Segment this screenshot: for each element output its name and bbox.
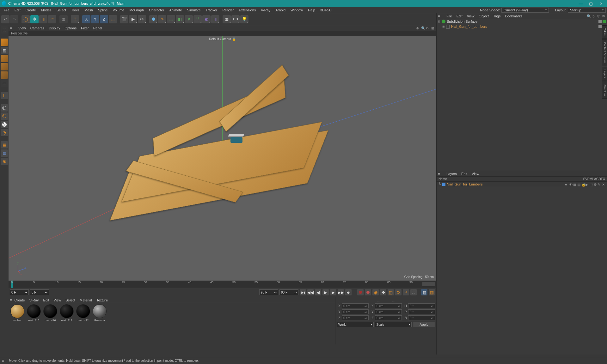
vp-menu-view[interactable]: View xyxy=(16,26,28,30)
layer-name[interactable]: Nail_Gun_for_Lumbers xyxy=(447,182,565,186)
close-button[interactable]: ✕ xyxy=(599,1,603,6)
edge-mode-button[interactable] xyxy=(1,71,8,79)
menu-tracker[interactable]: Tracker xyxy=(203,8,220,13)
texture-mode-button[interactable]: ▨ xyxy=(1,47,8,54)
maximize-button[interactable]: ▢ xyxy=(589,1,593,6)
vp-menu-cameras[interactable]: Cameras xyxy=(28,26,47,30)
menu-mesh[interactable]: Mesh xyxy=(82,8,95,13)
axis-l-button[interactable]: L xyxy=(1,92,8,99)
mat-menu-select[interactable]: Select xyxy=(63,298,77,302)
layer-toggle-d[interactable]: ⚙ xyxy=(594,183,597,186)
key-param-button[interactable]: P xyxy=(403,289,409,295)
key-pos-button[interactable]: ✥ xyxy=(380,289,386,295)
render-pv-button[interactable]: ▶ xyxy=(129,15,137,23)
place-tool[interactable]: ✛ xyxy=(71,15,79,23)
side-tab-layers[interactable]: Layers xyxy=(602,67,607,81)
autokey-button[interactable] xyxy=(365,289,371,295)
expand-icon[interactable]: ⊞ xyxy=(438,20,442,23)
layer-col-a[interactable]: A xyxy=(594,177,596,181)
material-item[interactable]: mat_413 xyxy=(26,304,41,322)
render-view-button[interactable]: 🎬 xyxy=(120,15,128,23)
add-spline-button[interactable]: ✎ xyxy=(158,15,166,23)
objmgr-search-icon[interactable]: 🔍 xyxy=(587,14,591,18)
objmgr-filter-icon[interactable]: ◇ xyxy=(592,14,596,18)
vp-move-icon[interactable]: ✥ xyxy=(416,26,420,30)
objmgr-menu-tags[interactable]: Tags xyxy=(491,14,503,18)
key-rot-button[interactable]: ⟳ xyxy=(395,289,402,295)
vp-zoom-icon[interactable]: 🔍 xyxy=(421,26,425,30)
menu-character[interactable]: Character xyxy=(146,8,167,13)
viewport-solo-button[interactable]: ▦ xyxy=(1,141,8,149)
axis-z-toggle[interactable]: Z xyxy=(100,15,108,23)
axis-x-toggle[interactable]: X xyxy=(82,15,90,23)
add-deformer-button[interactable]: ◧ xyxy=(176,15,184,23)
layer-toggle-x[interactable]: ✕ xyxy=(602,183,605,186)
layers-menu-icon[interactable] xyxy=(438,171,442,176)
workplane-button[interactable]: ◔ xyxy=(1,129,8,136)
rot-b-field[interactable]: 0 °▴▾ xyxy=(408,315,435,320)
object-row[interactable]: ⊞Nail_Gun_for_Lumbers xyxy=(437,24,607,29)
status-menu-icon[interactable] xyxy=(2,358,6,363)
material-item[interactable]: Lumber_ xyxy=(10,304,25,322)
vp-menu-display[interactable]: Display xyxy=(46,26,62,30)
expand-icon[interactable]: ⊞ xyxy=(442,25,446,28)
objmgr-eye-icon[interactable]: 👁 xyxy=(602,14,606,18)
layout-dropdown[interactable]: Startup▾ xyxy=(568,8,606,13)
attribute-manager[interactable] xyxy=(437,187,607,355)
timeline-start-field[interactable]: 0 F▴▾ xyxy=(10,289,29,295)
mat-menu-edit[interactable]: Edit xyxy=(41,298,52,302)
object-tag[interactable] xyxy=(598,25,602,28)
menu-extensions[interactable]: Extensions xyxy=(236,8,258,13)
objmgr-view-icon[interactable]: ▽ xyxy=(597,14,601,18)
snap-toggle-button[interactable]: Ⓢ xyxy=(1,104,8,112)
objmgr-menu-edit[interactable]: Edit xyxy=(454,14,465,18)
menu-help[interactable]: Help xyxy=(305,8,318,13)
live-selection-tool[interactable]: ◯ xyxy=(21,15,30,23)
rotate-tool[interactable]: ⟳ xyxy=(48,15,56,23)
vp-maximize-icon[interactable]: ⊞ xyxy=(431,26,435,30)
coord-system-button[interactable]: ⬚ xyxy=(109,15,117,23)
side-tab-content-browser[interactable]: Content Browser xyxy=(602,39,607,66)
prev-key-button[interactable]: ◀◀ xyxy=(307,289,314,295)
object-tag[interactable] xyxy=(598,20,602,23)
material-item[interactable]: mat_416 xyxy=(43,304,58,322)
mat-menu-create[interactable]: Create xyxy=(12,298,27,302)
material-item[interactable]: mat_422 xyxy=(76,304,91,322)
layer-toggle-s[interactable]: ● xyxy=(565,183,568,186)
scale-tool[interactable]: ◫ xyxy=(39,15,47,23)
add-light2-button[interactable]: 💡 xyxy=(240,15,248,23)
snap-settings-button[interactable]: Ⓢ xyxy=(1,112,8,120)
vp-menu-panel[interactable]: Panel xyxy=(91,26,104,30)
layers-menu-layers[interactable]: Layers xyxy=(444,172,459,176)
goto-start-button[interactable]: ⏮ xyxy=(300,289,306,295)
model-mode-button[interactable] xyxy=(1,39,8,46)
size-mode-dropdown[interactable]: Scale▾ xyxy=(375,322,412,327)
menu-select[interactable]: Select xyxy=(54,8,69,13)
render-settings-button[interactable]: ⚙ xyxy=(138,15,146,23)
pos-x-field[interactable]: 0 cm▴▾ xyxy=(342,303,369,308)
add-generator-button[interactable]: ⬚ xyxy=(167,15,175,23)
layer-col-x[interactable]: X xyxy=(603,177,605,181)
coord-mode-dropdown[interactable]: World▾ xyxy=(337,322,374,327)
add-mograph-button[interactable]: ⠿ xyxy=(193,15,202,23)
next-frame-button[interactable]: ▶ xyxy=(330,289,336,295)
object-row[interactable]: ⊞Subdivision Surface xyxy=(437,19,607,24)
size-z-field[interactable]: 0 cm▴▾ xyxy=(375,315,402,320)
object-name[interactable]: Nail_Gun_for_Lumbers xyxy=(451,25,598,28)
menu-create[interactable]: Create xyxy=(23,8,39,13)
size-x-field[interactable]: 0 cm▴▾ xyxy=(375,303,402,308)
menu-simulate[interactable]: Simulate xyxy=(185,8,203,13)
node-space-dropdown[interactable]: Current (V-Ray)▾ xyxy=(501,8,549,13)
timeline-current-field[interactable]: 0 F▴▾ xyxy=(30,289,49,295)
vp-menu-filter[interactable]: Filter xyxy=(79,26,91,30)
layer-toggle-r[interactable]: ▦ xyxy=(573,183,576,186)
menu-edit[interactable]: Edit xyxy=(12,8,23,13)
menu-volume[interactable]: Volume xyxy=(110,8,127,13)
key-pla-button[interactable]: ⠿ xyxy=(410,289,417,295)
menu-render[interactable]: Render xyxy=(220,8,236,13)
timeline-opt2-button[interactable]: ▥ xyxy=(429,289,435,295)
mat-menu-material[interactable]: Material xyxy=(77,298,94,302)
timeline-range-handle[interactable] xyxy=(422,282,435,286)
menu-spline[interactable]: Spline xyxy=(95,8,110,13)
next-key-button[interactable]: ▶▶ xyxy=(338,289,344,295)
